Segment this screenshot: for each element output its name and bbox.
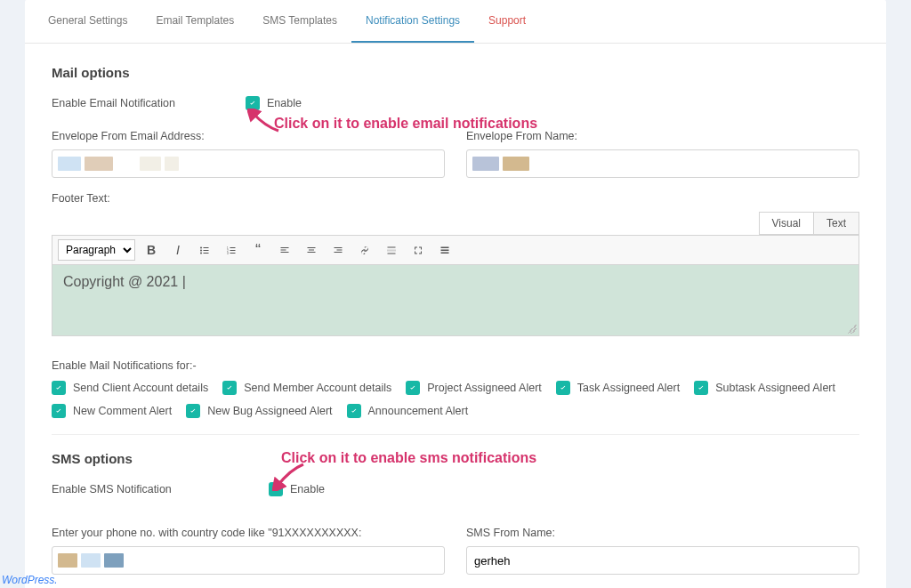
readmore-icon[interactable] — [381, 239, 402, 261]
notification-item: New Bug Assigneed Alert — [186, 404, 332, 418]
notification-item: Send Client Account details — [52, 381, 208, 395]
check-icon — [54, 407, 63, 415]
align-right-icon[interactable] — [327, 239, 349, 261]
editor-content: Copyright @ 2021 | — [63, 274, 186, 289]
editor-tab-text[interactable]: Text — [813, 212, 859, 235]
notification-item-label: Subtask Assigneed Alert — [715, 382, 835, 394]
align-left-icon[interactable] — [274, 239, 295, 261]
svg-rect-6 — [230, 247, 236, 248]
notification-checkbox[interactable] — [694, 381, 708, 395]
fullscreen-icon[interactable] — [407, 239, 429, 261]
svg-rect-25 — [441, 249, 449, 251]
section-divider — [52, 434, 859, 435]
format-select[interactable]: Paragraph — [58, 239, 135, 261]
notification-item-label: New Comment Alert — [73, 405, 172, 417]
check-icon — [559, 383, 568, 392]
svg-rect-7 — [230, 250, 236, 251]
check-icon — [189, 407, 198, 415]
notification-item: Project Assigneed Alert — [406, 381, 542, 395]
notification-item: Announcement Alert — [347, 404, 469, 418]
check-icon — [350, 407, 359, 415]
envelope-name-label: Envelope From Name: — [466, 130, 859, 142]
notification-item: Task Assigneed Alert — [556, 381, 680, 395]
check-icon — [408, 383, 417, 392]
svg-rect-5 — [204, 253, 209, 254]
enable-sms-label: Enable SMS Notification — [52, 483, 269, 495]
enable-sms-check-text: Enable — [290, 483, 325, 495]
svg-rect-1 — [204, 247, 209, 248]
enable-sms-checkbox[interactable] — [269, 482, 283, 496]
notification-item-label: New Bug Assigneed Alert — [207, 405, 332, 417]
notification-checkbox[interactable] — [347, 404, 361, 418]
enable-email-checkbox[interactable] — [246, 96, 260, 110]
svg-rect-24 — [441, 246, 449, 248]
tab-support[interactable]: Support — [474, 0, 540, 43]
bullet-list-icon[interactable] — [194, 239, 215, 261]
notification-checkbox[interactable] — [52, 404, 66, 418]
numbered-list-icon[interactable]: 123 — [221, 239, 242, 261]
enable-email-check-text: Enable — [267, 97, 302, 109]
tab-email-templates[interactable]: Email Templates — [141, 0, 248, 43]
notification-item: Subtask Assigneed Alert — [694, 381, 835, 395]
check-icon — [54, 383, 63, 392]
svg-rect-22 — [388, 250, 396, 251]
footer-text-label: Footer Text: — [52, 192, 859, 205]
phone-input[interactable] — [52, 546, 445, 575]
svg-rect-8 — [230, 253, 236, 254]
tab-sms-templates[interactable]: SMS Templates — [248, 0, 351, 43]
phone-label: Enter your phone no. with country code l… — [52, 527, 445, 539]
settings-tabs: General Settings Email Templates SMS Tem… — [25, 0, 886, 44]
svg-rect-14 — [281, 252, 289, 253]
svg-rect-20 — [335, 252, 343, 253]
svg-rect-15 — [308, 247, 316, 248]
envelope-email-label: Envelope From Email Address: — [52, 130, 445, 142]
envelope-email-input[interactable] — [52, 149, 445, 178]
align-center-icon[interactable] — [301, 239, 322, 261]
svg-rect-19 — [337, 249, 343, 250]
editor-tab-visual[interactable]: Visual — [759, 212, 814, 235]
wordpress-link[interactable]: WordPress. — [2, 574, 58, 586]
sms-from-name-label: SMS From Name: — [466, 527, 859, 539]
notification-item: New Comment Alert — [52, 404, 172, 418]
notification-item-label: Task Assigneed Alert — [577, 382, 680, 394]
sms-from-name-input[interactable] — [466, 546, 859, 575]
notification-checkbox-list: Send Client Account detailsSend Member A… — [52, 381, 859, 418]
svg-rect-3 — [204, 250, 209, 251]
tab-notification-settings[interactable]: Notification Settings — [351, 0, 474, 43]
italic-icon[interactable]: I — [167, 239, 189, 261]
svg-rect-23 — [388, 253, 396, 254]
check-icon — [225, 383, 234, 392]
notification-checkbox[interactable] — [186, 404, 200, 418]
notification-item-label: Send Client Account details — [73, 382, 208, 394]
svg-rect-17 — [308, 252, 316, 253]
mail-section-title: Mail options — [52, 65, 859, 80]
link-icon[interactable] — [354, 239, 375, 261]
notification-item-label: Send Member Account details — [244, 382, 391, 394]
svg-rect-13 — [281, 249, 286, 250]
resize-handle[interactable] — [848, 325, 857, 334]
svg-point-2 — [200, 249, 202, 251]
svg-rect-26 — [441, 252, 449, 254]
enable-email-label: Enable Email Notification — [52, 97, 246, 109]
footer-text-editor[interactable]: Copyright @ 2021 | — [52, 265, 859, 336]
notification-checkbox[interactable] — [52, 381, 66, 395]
svg-point-4 — [200, 252, 202, 254]
svg-point-0 — [200, 246, 202, 248]
notification-item: Send Member Account details — [222, 381, 391, 395]
editor-toolbar: Paragraph B I 123 “ — [52, 235, 859, 265]
check-icon — [271, 485, 280, 494]
notification-checkbox[interactable] — [222, 381, 237, 395]
notification-checkbox[interactable] — [406, 381, 420, 395]
svg-text:3: 3 — [227, 251, 229, 254]
quote-icon[interactable]: “ — [247, 239, 269, 261]
tab-general[interactable]: General Settings — [34, 0, 141, 43]
toolbar-toggle-icon[interactable] — [434, 239, 456, 261]
svg-rect-18 — [335, 247, 343, 248]
svg-rect-16 — [309, 249, 314, 250]
envelope-name-input[interactable] — [466, 149, 859, 178]
bold-icon[interactable]: B — [141, 239, 162, 261]
notification-item-label: Project Assigneed Alert — [427, 382, 542, 394]
notification-item-label: Announcement Alert — [368, 405, 469, 417]
notification-checkbox[interactable] — [556, 381, 570, 395]
enable-mail-for-label: Enable Mail Notifications for:- — [52, 359, 859, 372]
